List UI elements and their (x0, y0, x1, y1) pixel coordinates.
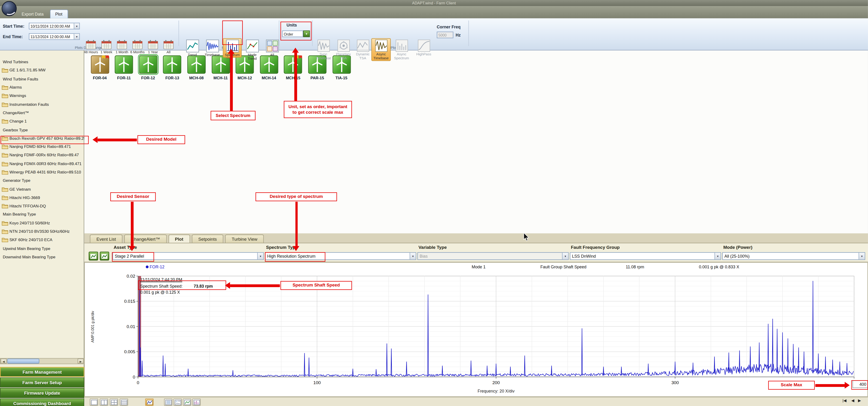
date-range-button-1-month[interactable]: 1 Month (114, 38, 130, 55)
turbine-for-04[interactable]: FOR-04 (88, 55, 112, 80)
plot-type-button-timebase[interactable]: Timebase (203, 38, 222, 57)
refresh-plot-button[interactable] (89, 252, 98, 260)
plot-type-button-mode-trend[interactable]: Mode Trend (243, 38, 261, 61)
sidebar-item[interactable]: GE Vietnam (0, 185, 84, 193)
sidebar-category[interactable]: Wind Turbines (0, 58, 84, 66)
date-range-button-1-year[interactable]: 1 Year (145, 38, 161, 55)
layout-single-icon[interactable] (90, 399, 98, 406)
date-range-button-1-week[interactable]: 1 Week (99, 38, 114, 55)
first-record-icon[interactable]: |◀ (842, 399, 846, 403)
sidebar-item[interactable]: Nanjing FDMF-00Rx 60Hz Ratio=89.47 (0, 151, 84, 159)
end-time-dropdown-icon[interactable]: ▼ (74, 34, 79, 39)
bottom-tab-event-list[interactable]: Event List (90, 235, 123, 243)
plot-list-1-icon[interactable] (164, 399, 173, 406)
ribbon-tab-export-data[interactable]: Export Data (17, 10, 49, 19)
bottom-tab-plot[interactable]: Plot (168, 235, 190, 243)
sidebar-horizontal-scrollbar[interactable]: ◀ ▶ (0, 358, 84, 364)
sidebar-item[interactable]: Hitachi TFFOAN-DQ (0, 202, 84, 210)
turbine-for-13[interactable]: FOR-13 (160, 55, 184, 80)
next-record-icon[interactable]: ▶ (858, 399, 861, 403)
sidebar-item[interactable]: Koyo 240/710 50/60Hz (0, 219, 84, 227)
date-range-button-all[interactable]: All (161, 38, 176, 55)
sidebar-category[interactable]: Downwind Main Bearing Type (0, 253, 84, 261)
sidebar-item[interactable]: NTN 240/710 BV3S30 50Hz/60Hz (0, 227, 84, 236)
plot-list-3-icon[interactable] (183, 399, 191, 406)
nav-button-firmware-update[interactable]: Firmware Update (0, 388, 84, 398)
chevron-down-icon[interactable]: ▼ (859, 253, 865, 259)
end-time-input[interactable]: 11/12/2024 12:00:00 AM ▼ (29, 33, 80, 40)
timebase-filter-button-highpass[interactable]: HighPass (414, 38, 433, 57)
sidebar-item[interactable]: GE 1.6/1.7/1.85 MW (0, 66, 84, 74)
layout-split-icon[interactable] (100, 399, 108, 406)
sidebar-category[interactable]: ChangeAlert™ (0, 108, 84, 117)
app-logo-icon[interactable] (2, 1, 17, 16)
fault-frequency-group-dropdown[interactable]: LSS DnWind▼ (570, 252, 721, 260)
active-plot-icon[interactable] (145, 399, 154, 406)
calendar-icon (147, 39, 159, 50)
chevron-down-icon[interactable]: ▼ (562, 253, 568, 259)
timebase-filter-button-async-spectrum[interactable]: Async Spectrum (392, 38, 411, 61)
timebase-filter-button-sync-timebase[interactable]: Sync Timebase (314, 38, 333, 61)
mode-power-dropdown[interactable]: All (25-100%)▼ (722, 252, 865, 260)
sidebar-category[interactable]: Main Bearing Type (0, 210, 84, 219)
sidebar-item[interactable]: SKF 60Hz 240/710 ECA (0, 236, 84, 244)
prev-record-icon[interactable]: ◀ (851, 399, 854, 403)
layout-grid-icon[interactable] (110, 399, 118, 406)
chevron-down-icon[interactable]: ▼ (257, 253, 263, 259)
sidebar-item[interactable]: Hitachi HIG-3669 (0, 193, 84, 201)
turbine-mch-11[interactable]: MCH-11 (208, 55, 233, 80)
layout-quad-icon[interactable] (120, 399, 128, 406)
sidebar-category[interactable]: Wind Turbine Faults (0, 75, 84, 83)
timebase-filter-button-async-timebase[interactable]: Async Timebase (371, 38, 391, 61)
scroll-left-icon[interactable]: ◀ (0, 358, 6, 364)
sidebar-category[interactable]: Gearbox Type (0, 126, 84, 134)
date-range-button-6-months[interactable]: 6 Months (130, 38, 145, 55)
sidebar-item[interactable]: Warnings (0, 92, 84, 100)
annotation-desired-spectrum-type: Desired type of spectrum (255, 192, 337, 201)
nav-button-farm-management[interactable]: Farm Management (0, 367, 84, 377)
plot-list-2-icon[interactable] (174, 399, 182, 406)
start-time-dropdown-icon[interactable]: ▼ (74, 23, 79, 29)
sidebar-item[interactable]: Winergy PEAB 4431 60Hz Ratio=89.510 (0, 168, 84, 176)
corner-freq-input[interactable]: 5000 (437, 32, 454, 38)
plot-type-button-all[interactable]: All (263, 38, 282, 57)
nav-button-farm-server-setup[interactable]: Farm Server Setup (0, 377, 84, 387)
bottom-tab-setpoints[interactable]: Setpoints (192, 235, 223, 243)
sidebar-item-label: Downwind Main Bearing Type (3, 254, 55, 259)
sidebar-item[interactable]: Nanjing FDMX-00R3 60Hz Ratio=89.471 (0, 159, 84, 168)
sidebar-item[interactable]: Alarms (0, 83, 84, 91)
nav-button-commissioning-dashboard[interactable]: Commissioning Dashboard (0, 399, 84, 406)
wind-turbine-icon (260, 55, 278, 74)
sidebar-item[interactable]: Instrumentation Faults (0, 100, 84, 108)
plot-list-4-icon[interactable] (192, 399, 201, 406)
chevron-down-icon[interactable]: ▼ (410, 253, 416, 259)
timebase-filter-button-planetary-tsa[interactable]: Planetary TSA (334, 38, 353, 61)
chevron-down-icon[interactable]: ▼ (715, 253, 721, 259)
bottom-tab-turbine-view[interactable]: Turbine View (225, 235, 264, 243)
spectrum-type-dropdown[interactable]: High Resolution Spectrum▼ (265, 252, 416, 260)
sidebar-item[interactable]: Change 1 (0, 117, 84, 125)
turbine-for-11[interactable]: FOR-11 (112, 55, 136, 80)
legend-series[interactable]: FOR-12 (146, 264, 164, 269)
variable-type-dropdown[interactable]: Bias▼ (417, 252, 569, 260)
export-plot-button[interactable] (100, 252, 109, 260)
units-dropdown-button-icon[interactable]: ▼ (303, 30, 310, 37)
scrollbar-thumb[interactable] (7, 358, 39, 364)
turbine-for-12[interactable]: FOR-12 (136, 55, 160, 80)
turbine-mch-08[interactable]: MCH-08 (184, 55, 209, 80)
sidebar-category[interactable]: Upwind Main Bearing Type (0, 244, 84, 253)
plot-type-button-trend[interactable]: Trend (183, 38, 202, 57)
date-range-button-label: 1 Month (116, 51, 128, 54)
sidebar-item[interactable]: Nanjing FDMD 60Hz Ratio=89.471 (0, 143, 84, 151)
turbine-mch-15[interactable]: MCH-15 (281, 55, 305, 80)
sidebar-category[interactable]: Generator Type (0, 176, 84, 185)
timebase-filter-button-dynamic-tsa[interactable]: Dynamic TSA (353, 38, 372, 61)
scroll-right-icon[interactable]: ▶ (78, 358, 84, 364)
date-range-button-48-hours[interactable]: 48 Hours (83, 38, 99, 55)
asset-type-dropdown[interactable]: Stage 2 Parallel▼ (113, 252, 264, 260)
sidebar-item[interactable]: Bosch Rexroth GPV 457 60Hz Ratio=89.25 (0, 134, 84, 142)
start-time-input[interactable]: 10/11/2024 12:00:00 AM ▼ (29, 23, 80, 30)
scale-max-input[interactable]: 400 (852, 380, 868, 388)
units-dropdown[interactable]: Order (282, 30, 303, 37)
ribbon-tab-plot[interactable]: Plot (50, 9, 68, 19)
